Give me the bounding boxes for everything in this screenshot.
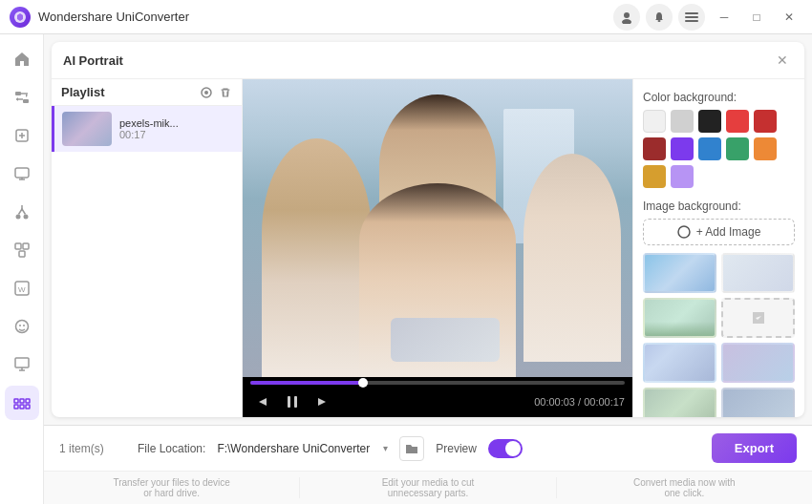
color-swatch-darkred[interactable] <box>754 110 777 133</box>
content-area: AI Portrait ✕ Playlist <box>44 34 812 504</box>
progress-bar[interactable] <box>250 381 625 385</box>
sidebar-item-compress[interactable] <box>5 118 39 153</box>
image-thumb-5[interactable] <box>643 343 716 383</box>
footer-hints: Transfer your files to deviceor hard dri… <box>44 471 812 504</box>
svg-rect-30 <box>26 405 30 409</box>
image-thumb-6[interactable] <box>721 343 795 383</box>
notification-icon[interactable] <box>646 4 673 31</box>
svg-rect-24 <box>15 358 29 368</box>
close-button[interactable]: ✕ <box>776 4 802 31</box>
image-thumb-4[interactable] <box>721 298 795 338</box>
time-display: 00:00:03 / 00:00:17 <box>534 396 625 408</box>
color-swatch-green[interactable] <box>726 137 749 160</box>
color-swatch-red[interactable] <box>726 110 749 133</box>
preview-toggle[interactable] <box>488 439 523 458</box>
svg-rect-7 <box>15 92 21 95</box>
sidebar-item-home[interactable] <box>5 42 39 76</box>
image-thumb-1[interactable] <box>643 253 716 293</box>
sidebar-item-download[interactable] <box>5 347 39 382</box>
image-thumb-2[interactable] <box>721 253 795 293</box>
svg-point-3 <box>658 20 661 22</box>
sidebar-item-toolbox[interactable] <box>5 386 39 420</box>
user-icon[interactable] <box>613 4 640 31</box>
image-thumb-8[interactable] <box>721 388 795 417</box>
color-swatch-lightgray[interactable] <box>671 110 694 133</box>
color-swatch-orange[interactable] <box>754 137 777 160</box>
playlist-item[interactable]: pexels-mik... 00:17 <box>52 106 242 152</box>
video-section: Playlist <box>52 79 632 417</box>
color-swatch-lavender[interactable] <box>671 165 694 188</box>
svg-rect-8 <box>23 99 29 103</box>
app-logo <box>10 7 31 28</box>
playlist-delete-button[interactable] <box>219 86 232 99</box>
color-swatch-purple[interactable] <box>671 137 694 160</box>
svg-text:W: W <box>18 285 26 294</box>
color-swatches <box>643 110 795 188</box>
bottom-bar: 1 item(s) File Location: F:\Wondershare … <box>44 425 812 471</box>
thumbnail-image <box>62 112 112 146</box>
color-bg-label: Color background: <box>643 91 795 104</box>
image-thumb-3[interactable] <box>643 298 716 338</box>
titlebar-controls: ─ □ ✕ <box>613 4 802 31</box>
sidebar-item-merge[interactable] <box>5 233 39 267</box>
menu-icon[interactable] <box>678 4 705 31</box>
svg-rect-16 <box>15 243 21 249</box>
svg-point-23 <box>23 325 25 326</box>
sidebar: W <box>0 34 44 504</box>
color-swatch-black[interactable] <box>698 110 721 133</box>
prev-frame-button[interactable] <box>250 390 273 413</box>
next-frame-button[interactable] <box>311 390 334 413</box>
location-dropdown-icon[interactable]: ▾ <box>383 443 388 453</box>
svg-point-1 <box>624 12 630 18</box>
export-button[interactable]: Export <box>712 433 797 463</box>
add-image-button[interactable]: + Add Image <box>643 219 795 245</box>
minimize-button[interactable]: ─ <box>711 4 737 31</box>
play-pause-button[interactable] <box>281 390 304 413</box>
svg-point-2 <box>622 19 631 24</box>
svg-point-32 <box>204 91 208 94</box>
playlist-actions <box>200 86 232 99</box>
svg-rect-17 <box>23 243 29 249</box>
current-time: 00:00:03 <box>534 396 575 408</box>
svg-rect-26 <box>20 399 24 403</box>
video-display <box>243 79 632 377</box>
svg-rect-28 <box>14 405 18 409</box>
video-controls: 00:00:03 / 00:00:17 <box>243 377 632 417</box>
file-location-value: F:\Wondershare UniConverter <box>217 442 370 455</box>
progress-fill <box>250 381 363 385</box>
svg-rect-4 <box>685 12 698 14</box>
playlist-header: Playlist <box>52 79 242 106</box>
svg-point-13 <box>15 215 20 220</box>
color-swatch-blue[interactable] <box>698 137 721 160</box>
hint-convert: Convert media now withone click. <box>557 477 812 498</box>
playlist-settings-button[interactable] <box>200 86 213 99</box>
folder-browse-button[interactable] <box>399 436 424 461</box>
color-swatch-yellow[interactable] <box>643 165 666 188</box>
svg-rect-27 <box>26 399 30 403</box>
color-swatch-maroon[interactable] <box>643 137 666 160</box>
close-panel-button[interactable]: ✕ <box>772 50 793 71</box>
sidebar-item-watermark[interactable]: W <box>5 271 39 305</box>
sidebar-item-screen[interactable] <box>5 157 39 191</box>
sidebar-item-face[interactable] <box>5 309 39 344</box>
image-thumb-7[interactable] <box>643 388 716 417</box>
video-and-playlist: Playlist <box>52 79 632 417</box>
sidebar-item-convert[interactable] <box>5 80 39 115</box>
svg-rect-5 <box>685 16 698 18</box>
file-location-label: File Location: <box>138 442 205 455</box>
hint-transfer: Transfer your files to deviceor hard dri… <box>44 477 300 498</box>
maximize-button[interactable]: □ <box>743 4 770 31</box>
app-title: Wondershare UniConverter <box>38 10 613 24</box>
hint-edit: Edit your media to cutunnecessary parts. <box>300 477 556 498</box>
playback-controls <box>250 390 334 413</box>
main-layout: W AI Portrait ✕ <box>0 34 812 504</box>
svg-point-35 <box>678 226 690 238</box>
toggle-knob <box>505 441 521 456</box>
panel-title: AI Portrait <box>63 53 772 68</box>
panel-body: Playlist <box>52 79 804 417</box>
sidebar-item-cut[interactable] <box>5 195 39 229</box>
color-background-section: Color background: <box>643 91 795 188</box>
playlist-area: Playlist <box>52 79 243 417</box>
playlist-title: Playlist <box>61 85 200 99</box>
color-swatch-white[interactable] <box>643 110 666 133</box>
